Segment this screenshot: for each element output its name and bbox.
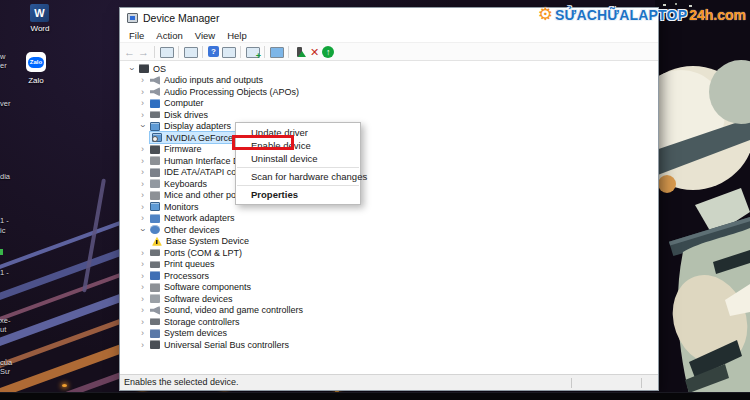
tree-item-universal-serial-bus-controllers[interactable]: ›Universal Serial Bus controllers — [120, 339, 658, 351]
statusbar-divider — [571, 378, 572, 388]
chevron-expanded-icon[interactable]: › — [138, 121, 148, 132]
chevron-collapsed-icon[interactable]: › — [137, 98, 148, 108]
properties-icon[interactable] — [184, 46, 197, 58]
chevron-expanded-icon[interactable]: › — [127, 63, 137, 74]
context-menu-item-properties[interactable]: Properties — [236, 188, 360, 201]
context-menu-item-scan-for-hardware-changes[interactable]: Scan for hardware changes — [236, 170, 360, 183]
devices-by-type-icon[interactable] — [222, 46, 235, 58]
tree-item-audio-processing-objects-apos[interactable]: ›Audio Processing Objects (APOs) — [120, 86, 658, 98]
tree-item-human-interface-devices[interactable]: ›Human Interface Devices — [120, 155, 658, 167]
tree-item-label: Display adapters — [164, 121, 231, 131]
menu-separator — [237, 185, 359, 186]
uninstall-device-icon[interactable]: ✕ — [310, 46, 319, 58]
tree-item-content: OS — [137, 63, 168, 74]
chevron-collapsed-icon[interactable]: › — [137, 317, 148, 327]
other-icon — [150, 225, 160, 234]
processor-icon — [150, 271, 160, 280]
context-menu-item-uninstall-device[interactable]: Uninstall device — [236, 152, 360, 165]
menu-separator — [237, 167, 359, 168]
tree-item-print-queues[interactable]: ›Print queues — [120, 259, 658, 271]
taskbar[interactable] — [0, 392, 750, 400]
tree-item-display-adapters[interactable]: ›Display adapters — [120, 121, 658, 133]
tree-item-label: NVIDIA GeForce — [166, 133, 233, 143]
chevron-collapsed-icon[interactable]: › — [137, 179, 148, 189]
status-text: Enables the selected device. — [124, 377, 239, 387]
chevron-collapsed-icon[interactable]: › — [137, 190, 148, 200]
chevron-collapsed-icon[interactable]: › — [137, 248, 148, 258]
chevron-collapsed-icon[interactable]: › — [137, 328, 148, 338]
chevron-collapsed-icon[interactable]: › — [137, 259, 148, 269]
disk-icon — [150, 111, 160, 118]
chevron-collapsed-icon[interactable]: › — [137, 213, 148, 223]
tree-item-ports-com-lpt[interactable]: ›Ports (COM & LPT) — [120, 247, 658, 259]
help-icon[interactable]: ? — [208, 46, 219, 57]
wallpaper-light-dot — [62, 384, 67, 387]
tree-item-os[interactable]: ›OS — [120, 63, 658, 75]
chevron-collapsed-icon[interactable]: › — [137, 340, 148, 350]
chevron-collapsed-icon[interactable]: › — [137, 167, 148, 177]
tree-item-base-system-device[interactable]: Base System Device — [120, 236, 658, 248]
tree-item-system-devices[interactable]: ›System devices — [120, 328, 658, 340]
tree-item-sound-video-and-game-controllers[interactable]: ›Sound, video and game controllers — [120, 305, 658, 317]
network-icon — [150, 214, 160, 223]
audio-icon — [150, 87, 160, 96]
tree-item-disk-drives[interactable]: ›Disk drives — [120, 109, 658, 121]
chevron-collapsed-icon[interactable]: › — [137, 202, 148, 212]
tree-item-computer[interactable]: ›Computer — [120, 98, 658, 110]
menu-file[interactable]: File — [123, 30, 150, 41]
chevron-collapsed-icon[interactable]: › — [137, 144, 148, 154]
chevron-collapsed-icon[interactable]: › — [137, 271, 148, 281]
menu-action[interactable]: Action — [150, 30, 188, 41]
remote-computer-icon[interactable] — [270, 46, 283, 58]
chevron-collapsed-icon[interactable]: › — [137, 75, 148, 85]
tree-item-other-devices[interactable]: ›Other devices — [120, 224, 658, 236]
desktop-icon-word[interactable]: W — [30, 4, 49, 22]
softdev-icon — [150, 294, 160, 303]
tree-item-audio-inputs-and-outputs[interactable]: ›Audio inputs and outputs — [120, 75, 658, 87]
tree-item-label: Software devices — [164, 294, 233, 304]
tree-item-mice-and-other-pointing-devices[interactable]: ›Mice and other pointing devices — [120, 190, 658, 202]
chevron-expanded-icon[interactable]: › — [138, 224, 148, 235]
tree-item-nvidia-geforce[interactable]: NVIDIA GeForce — [120, 132, 658, 144]
desktop-icon-label-fragment: xe- — [0, 316, 10, 325]
chevron-collapsed-icon[interactable]: › — [137, 305, 148, 315]
tree-item-content: Display adapters — [148, 121, 233, 132]
tree-item-content: NVIDIA GeForce — [150, 132, 235, 143]
desktop-icon-label-fragment: dia — [0, 172, 10, 181]
display-icon — [150, 122, 160, 131]
ports-icon — [150, 249, 160, 256]
toolbar-separator — [288, 46, 289, 58]
enable-device-icon[interactable] — [294, 46, 307, 58]
tree-item-monitors[interactable]: ›Monitors — [120, 201, 658, 213]
tree-item-network-adapters[interactable]: ›Network adapters — [120, 213, 658, 225]
tree-item-software-components[interactable]: ›Software components — [120, 282, 658, 294]
menu-view[interactable]: View — [189, 30, 221, 41]
hid-icon — [150, 156, 160, 165]
chevron-collapsed-icon[interactable]: › — [137, 294, 148, 304]
forward-icon[interactable]: → — [138, 46, 149, 58]
menubar: FileActionViewHelp — [120, 28, 658, 43]
tree-item-label: Computer — [164, 98, 204, 108]
tree-item-label: Storage controllers — [164, 317, 240, 327]
tree-item-label: Ports (COM & LPT) — [164, 248, 242, 258]
scan-for-hardware-changes-icon[interactable] — [246, 46, 259, 58]
menu-help[interactable]: Help — [221, 30, 253, 41]
chevron-collapsed-icon[interactable]: › — [137, 87, 148, 97]
tree-item-processors[interactable]: ›Processors — [120, 270, 658, 282]
tree-item-label: Disk drives — [164, 110, 208, 120]
desktop-icon-label-fragment: ic — [0, 226, 5, 235]
update-driver-icon[interactable] — [322, 46, 335, 58]
firmware-icon — [150, 145, 160, 154]
tree-item-storage-controllers[interactable]: ›Storage controllers — [120, 316, 658, 328]
tree-item-ide-ata-atapi-controllers[interactable]: ›IDE ATA/ATAPI controllers — [120, 167, 658, 179]
tree-item-keyboards[interactable]: ›Keyboards — [120, 178, 658, 190]
tree-item-content: Firmware — [148, 144, 204, 155]
chevron-collapsed-icon[interactable]: › — [137, 282, 148, 292]
tree-item-firmware[interactable]: ›Firmware — [120, 144, 658, 156]
chevron-collapsed-icon[interactable]: › — [137, 156, 148, 166]
back-icon[interactable]: ← — [124, 46, 135, 58]
desktop-icon-zalo[interactable]: Zalo — [26, 52, 46, 72]
show-console-tree-icon[interactable] — [160, 46, 173, 58]
chevron-collapsed-icon[interactable]: › — [137, 110, 148, 120]
tree-item-software-devices[interactable]: ›Software devices — [120, 293, 658, 305]
